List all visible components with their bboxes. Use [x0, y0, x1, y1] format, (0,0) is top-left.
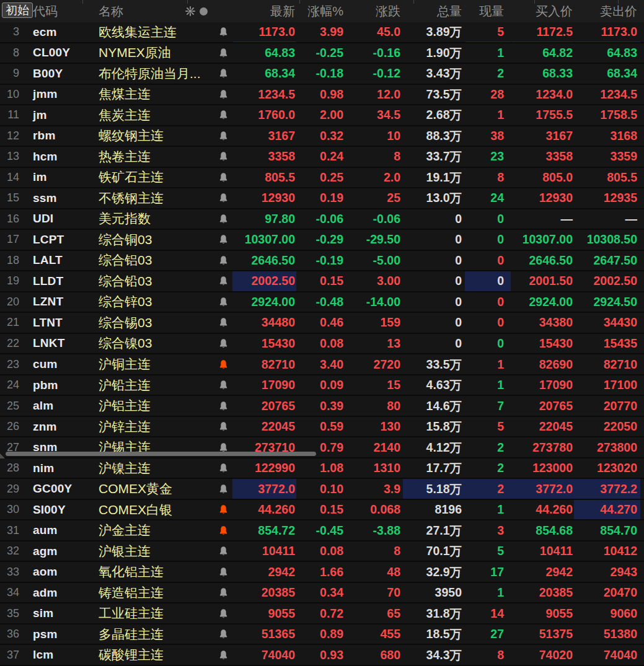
- change-value: -0.12: [345, 64, 403, 84]
- table-row[interactable]: 19LLDT综合铅032002.500.153.00002001.502002.…: [0, 271, 644, 292]
- header-bid-price[interactable]: 买入价: [511, 3, 574, 20]
- contract-code: hcm: [27, 147, 92, 167]
- alert-bell-icon[interactable]: [214, 417, 232, 437]
- latest-price: 15430: [232, 334, 296, 354]
- alert-bell-icon[interactable]: [214, 479, 232, 499]
- alert-bell-icon[interactable]: [214, 375, 232, 395]
- table-row[interactable]: 8CL00YNYMEX原油64.83-0.25-0.161.90万164.826…: [0, 43, 644, 64]
- alert-bell-icon[interactable]: [214, 168, 232, 188]
- alert-bell-icon[interactable]: [214, 624, 232, 644]
- header-ask-price[interactable]: 卖出价: [574, 3, 640, 20]
- row-number: 22: [0, 334, 27, 354]
- contract-name: 沪锌主连: [92, 417, 214, 437]
- latest-price: 3358: [232, 147, 296, 167]
- alert-bell-icon[interactable]: [214, 583, 232, 603]
- alert-bell-icon[interactable]: [214, 334, 232, 354]
- current-volume: 8: [465, 168, 511, 188]
- ask-price: 3772.2: [574, 479, 640, 499]
- alert-bell-icon[interactable]: [214, 147, 232, 167]
- scrollbar-thumb[interactable]: [6, 452, 316, 456]
- table-row[interactable]: 22LNKT综合镍03154300.0813001543015435: [0, 334, 644, 355]
- table-row[interactable]: 30SI00YCOMEX白银44.2600.150.0688196144.260…: [0, 500, 644, 521]
- alert-bell-icon[interactable]: [214, 64, 232, 84]
- alert-bell-icon[interactable]: [214, 209, 232, 229]
- ask-price: 44.270: [574, 500, 640, 520]
- alert-bell-icon[interactable]: [214, 292, 232, 312]
- header-code[interactable]: 代码: [27, 3, 92, 20]
- row-number: 18: [0, 251, 27, 271]
- table-row[interactable]: 28nim沪镍主连1229901.08131017.7万212300012302…: [0, 458, 644, 480]
- table-row[interactable]: 34adm铸造铝主连203850.3470395012038520470: [0, 583, 644, 604]
- table-row[interactable]: 10jmm焦煤主连1234.50.9812.073.5万281234.01234…: [0, 85, 644, 106]
- table-row[interactable]: 13hcm热卷主连33580.24833.7万2333583359: [0, 147, 644, 168]
- header-change-percent[interactable]: 涨幅%: [296, 3, 345, 20]
- table-row[interactable]: 14im铁矿石主连805.50.252.019.1万8805.0805.5: [0, 168, 644, 189]
- alert-bell-icon[interactable]: [214, 230, 232, 250]
- table-row[interactable]: 3ecm欧线集运主连1173.03.9945.03.89万51172.51173…: [0, 22, 644, 43]
- alert-bell-icon[interactable]: [214, 603, 232, 623]
- latest-price: 22045: [232, 417, 296, 437]
- sun-icon[interactable]: [185, 6, 195, 16]
- table-row[interactable]: 16UDI美元指数97.80-0.06-0.0600——: [0, 209, 644, 230]
- table-row[interactable]: 37lcm碳酸锂主连740400.9368034.3万87402074040: [0, 645, 644, 666]
- alert-bell-icon[interactable]: [214, 396, 232, 416]
- total-volume: 0: [403, 230, 465, 250]
- alert-bell-icon[interactable]: [214, 645, 232, 665]
- change-value: 15: [345, 375, 403, 395]
- total-volume: 33.5万: [403, 354, 465, 374]
- alert-bell-icon[interactable]: [214, 500, 232, 520]
- alert-bell-icon[interactable]: [214, 43, 232, 63]
- change-percent: 0.08: [296, 541, 345, 561]
- alert-bell-icon[interactable]: [214, 458, 232, 478]
- table-row[interactable]: 15ssm不锈钢主连129300.192513.0万241293012935: [0, 188, 644, 209]
- ask-price: 34430: [574, 313, 640, 333]
- contract-code: SI00Y: [27, 500, 92, 520]
- alert-bell-icon[interactable]: [214, 520, 232, 540]
- row-number: 17: [0, 230, 27, 250]
- alert-bell-icon[interactable]: [214, 105, 232, 125]
- ask-price: 2002.50: [574, 271, 640, 291]
- alert-bell-icon[interactable]: [214, 22, 232, 42]
- bid-price: 74020: [511, 645, 574, 665]
- ask-price: 2943: [574, 562, 640, 582]
- table-row[interactable]: 21LTNT综合锡03344800.46159003438034430: [0, 313, 644, 334]
- table-row[interactable]: 9B00Y布伦特原油当月...68.34-0.18-0.123.43万268.3…: [0, 64, 644, 85]
- ask-price: 1173.0: [574, 22, 640, 42]
- table-row[interactable]: 18LALT综合铝032646.50-0.19-5.00002646.50264…: [0, 251, 644, 272]
- alert-bell-icon[interactable]: [214, 251, 232, 271]
- alert-bell-icon[interactable]: [214, 188, 232, 208]
- alert-bell-icon[interactable]: [214, 126, 232, 146]
- table-row[interactable]: 26znm沪锌主连220450.5913015.8万52204522050: [0, 417, 644, 438]
- sort-state-button[interactable]: 初始: [2, 2, 33, 18]
- alert-bell-icon[interactable]: [214, 271, 232, 291]
- table-row[interactable]: 17LCPT综合铜0310307.00-0.29-29.500010307.00…: [0, 230, 644, 251]
- alert-bell-icon[interactable]: [214, 354, 232, 374]
- table-row[interactable]: 33aom氧化铝主连29421.664832.9万1729422943: [0, 562, 644, 583]
- bid-price: 20765: [511, 396, 574, 416]
- header-total-volume[interactable]: 总量: [403, 3, 465, 20]
- table-row[interactable]: 36psm多晶硅主连513650.8945518.5万275137551380: [0, 624, 644, 646]
- table-row[interactable]: 35sim工业硅主连90550.726531.8万1490559060: [0, 603, 644, 624]
- table-row[interactable]: 12rbm螺纹钢主连31670.321088.3万3831673168: [0, 126, 644, 147]
- table-row[interactable]: 20LZNT综合锌032924.00-0.48-14.00002924.0029…: [0, 292, 644, 313]
- alert-bell-icon[interactable]: [214, 85, 232, 105]
- table-row[interactable]: 25alm沪铝主连207650.398014.6万72076520770: [0, 396, 644, 417]
- horizontal-scrollbar[interactable]: [0, 450, 644, 458]
- header-current-volume[interactable]: 现量: [465, 3, 511, 20]
- table-row[interactable]: 29GC00YCOMEX黄金3772.00.103.95.18万23772.03…: [0, 479, 644, 500]
- current-volume: 5: [465, 541, 511, 561]
- dot-icon[interactable]: [200, 7, 208, 15]
- header-change[interactable]: 涨跌: [345, 3, 403, 20]
- alert-bell-icon[interactable]: [214, 313, 232, 333]
- table-row[interactable]: 31aum沪金主连854.72-0.45-3.8827.1万3854.68854…: [0, 520, 644, 541]
- bid-price: 9055: [511, 603, 574, 623]
- table-row[interactable]: 24pbm沪铅主连170900.09154.63万11709017100: [0, 375, 644, 397]
- alert-bell-icon[interactable]: [214, 541, 232, 561]
- table-row[interactable]: 11jm焦炭主连1760.02.0034.52.68万11755.51758.5: [0, 105, 644, 126]
- table-row[interactable]: 23cum沪铜主连827103.40272033.5万18269082710: [0, 354, 644, 375]
- header-latest[interactable]: 最新: [232, 3, 296, 20]
- current-volume: 0: [465, 334, 511, 354]
- alert-bell-icon[interactable]: [214, 562, 232, 582]
- current-volume: 0: [465, 251, 511, 271]
- table-row[interactable]: 32agm沪银主连104110.08870.1万51041110412: [0, 541, 644, 563]
